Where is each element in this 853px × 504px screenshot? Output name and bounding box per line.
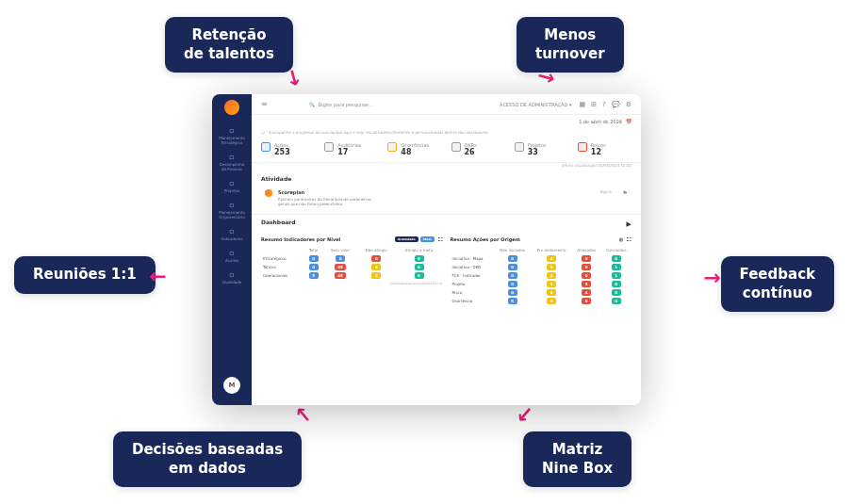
stat-ações[interactable]: Ações253 <box>261 142 315 156</box>
table-row[interactable]: FCA - Indicador0001 <box>451 271 632 280</box>
cell-value: 0 <box>547 281 556 287</box>
stat-value: 253 <box>274 148 290 156</box>
nav-icon: ▫ <box>217 179 247 187</box>
apps-icon[interactable]: ⊞ <box>591 101 597 108</box>
last-update-label: Última atualização 01/04/2024 10:23 <box>252 163 641 171</box>
sidebar-item-0[interactable]: ▫Planejamento Estratégico <box>215 122 249 149</box>
stat-value: 26 <box>465 148 477 156</box>
stats-row: Ações253Auditorias17Ocorrências48OKRs26P… <box>252 137 641 163</box>
logo-icon[interactable] <box>224 100 239 115</box>
table-row[interactable]: Iniciativa - Mapa0000 <box>451 254 632 263</box>
cell-value: 5 <box>508 298 517 304</box>
topbar: ≡ 🔍 Digite para pesquisar... ACESSO DE A… <box>252 94 641 115</box>
nav-icon: ▫ <box>217 201 247 209</box>
cell-value: 0 <box>508 289 517 296</box>
chat-icon[interactable]: 💬 <box>612 101 620 108</box>
panel-origem: Resumo Ações por Origem ⊞ ⛶ Não iniciado… <box>451 236 632 305</box>
sidebar-item-5[interactable]: ▫Acordo <box>215 245 249 267</box>
cell-value: 0 <box>508 272 517 279</box>
expand-icon[interactable]: ⛶ <box>627 236 632 242</box>
avatar[interactable]: M <box>223 377 240 394</box>
table-row[interactable]: Risco0040 <box>451 288 632 297</box>
sidebar-item-3[interactable]: ▫Planejamento Orçamentário <box>215 197 249 223</box>
row-label: Risco <box>451 288 495 297</box>
cell-value: 1 <box>612 272 621 279</box>
cell-value: 0 <box>508 281 517 287</box>
nav-icon: ▫ <box>217 270 247 279</box>
search-icon: 🔍 <box>309 102 315 107</box>
row-label: Iniciativa - Mapa <box>451 254 495 263</box>
bubble-decisoes: Decisões baseadasem dados <box>113 431 302 487</box>
cell-value: 0 <box>508 255 517 262</box>
stat-auditorias[interactable]: Auditorias17 <box>324 142 378 156</box>
cell-value: 0 <box>582 264 591 270</box>
arrow-icon: → <box>149 266 166 289</box>
menu-icon[interactable]: ≡ <box>261 100 268 108</box>
hint-text: Acompanhe o progresso da sua equipe aqui… <box>269 130 489 135</box>
cell-value: 4 <box>371 272 381 279</box>
col-header: Atingiu a meta <box>396 246 443 254</box>
stat-riscos[interactable]: Riscos12 <box>578 142 632 156</box>
cell-value: 0 <box>309 264 319 270</box>
cell-value: 0 <box>582 272 591 279</box>
sidebar-item-4[interactable]: ▫Indicadores <box>215 223 249 245</box>
pill-acumulado[interactable]: Acumulado <box>395 236 418 242</box>
row-label: Projeto <box>451 280 495 288</box>
sidebar-item-6[interactable]: ▫Qualidade <box>215 267 249 288</box>
arrow-icon: → <box>704 266 721 289</box>
col-header: Total <box>303 246 323 254</box>
cell-value: 4 <box>582 289 591 296</box>
table-row[interactable]: Estratégicos0000 <box>261 254 443 263</box>
cell-value: 0 <box>371 255 381 262</box>
cell-value: 0 <box>309 255 319 262</box>
row-label: Estratégicos <box>261 254 303 263</box>
play-icon[interactable]: ▶ <box>627 220 632 228</box>
activity-time: Agora <box>600 189 612 194</box>
sidebar: ▫Planejamento Estratégico▫Desempenho de … <box>212 94 252 405</box>
indicadores-footer: Última atualização 01/04/2024 10:23 <box>261 282 443 285</box>
pill-atual[interactable]: Atual <box>420 236 435 242</box>
cell-value: 0 <box>612 298 621 304</box>
col-header <box>451 246 495 254</box>
admin-access-dropdown[interactable]: ACESSO DE ADMINISTRAÇÃO ▾ <box>500 102 571 107</box>
activity-desc: Existem parâmetros da hierarquia de parâ… <box>278 197 372 206</box>
col-header <box>261 246 303 254</box>
stat-icon <box>387 142 397 152</box>
cell-value: 0 <box>612 255 621 262</box>
stat-projetos[interactable]: Projetos33 <box>515 142 568 156</box>
bubble-reunioes: Reuniões 1:1 <box>14 256 156 294</box>
cell-value: 0 <box>547 255 556 262</box>
flag-icon[interactable]: ⚑ <box>623 189 628 196</box>
help-icon[interactable]: ? <box>602 101 606 108</box>
stat-value: 12 <box>591 148 606 156</box>
cell-value: 0 <box>612 281 621 287</box>
calendar-icon[interactable]: 📅 <box>626 119 632 124</box>
cell-value: 0 <box>415 255 424 262</box>
cell-value: 0 <box>508 264 517 270</box>
sidebar-item-2[interactable]: ▫Projetos <box>215 175 249 197</box>
expand-icon[interactable]: ⛶ <box>438 236 443 242</box>
search-input[interactable]: 🔍 Digite para pesquisar... <box>309 102 422 107</box>
sidebar-item-1[interactable]: ▫Desempenho de Pessoas <box>215 149 249 175</box>
cell-value: 0 <box>582 298 591 304</box>
bubble-retencao: Retençãode talentos <box>165 17 293 73</box>
cell-value: 0 <box>336 255 345 262</box>
stat-okrs[interactable]: OKRs26 <box>451 142 505 156</box>
table-row[interactable]: Iniciativa - OKR0001 <box>451 263 632 271</box>
settings-icon[interactable]: ⚙ <box>626 101 632 108</box>
table-row[interactable]: Operacionais54546 <box>261 271 443 280</box>
stat-icon <box>261 142 271 152</box>
filter-icon[interactable]: ⊞ <box>619 236 623 242</box>
col-header: Em andamento <box>531 246 572 254</box>
table-row[interactable]: Projeto0050 <box>451 280 632 288</box>
col-header: Não iniciados <box>494 246 531 254</box>
cell-value: 0 <box>582 255 591 262</box>
activity-item[interactable]: Scoreplan Existem parâmetros da hierarqu… <box>261 186 632 210</box>
table-row[interactable]: Ocorrência5000 <box>451 297 632 305</box>
stat-ocorrências[interactable]: Ocorrências48 <box>387 142 441 156</box>
col-header: Concluídos <box>600 246 632 254</box>
panel-indicadores: Resumo Indicadores por Nível Acumulado A… <box>261 236 443 305</box>
stat-icon <box>578 142 587 152</box>
grid-icon[interactable]: ▦ <box>579 101 585 108</box>
table-row[interactable]: Táticos04546 <box>261 263 443 271</box>
